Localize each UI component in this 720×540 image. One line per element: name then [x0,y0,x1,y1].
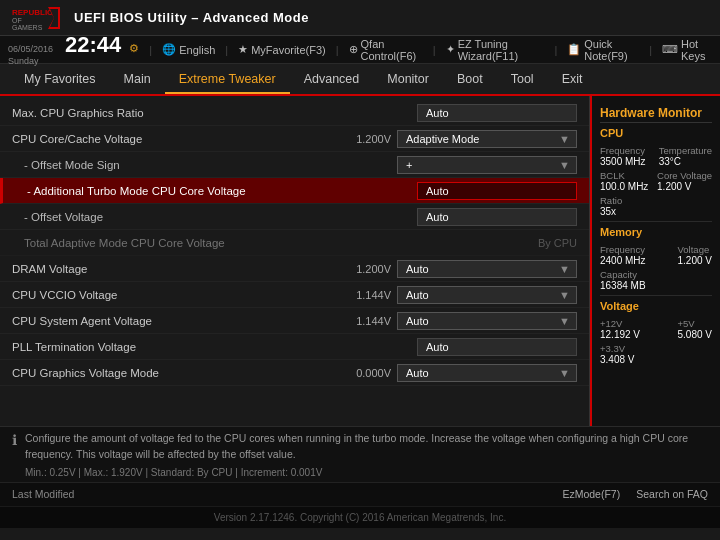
setting-cpu-core-cache-voltage[interactable]: CPU Core/Cache Voltage 1.200V Adaptive M… [0,126,589,152]
setting-label-max-cpu-graphics-ratio: Max. CPU Graphics Ratio [12,107,417,119]
chevron-down-icon-5: ▼ [559,315,570,327]
hw-v5-label: +5V [678,318,712,329]
settings-icon[interactable]: ⚙ [129,42,139,55]
setting-label-cpu-graphics-voltage-mode: CPU Graphics Voltage Mode [12,367,356,379]
setting-label-cpu-vccio-voltage: CPU VCCIO Voltage [12,289,356,301]
main-content: Max. CPU Graphics Ratio Auto CPU Core/Ca… [0,96,720,426]
svg-text:GAMERS: GAMERS [12,24,43,31]
fan-icon: ⊕ [349,43,358,56]
hw-voltage-section: Voltage [600,300,712,314]
prefix-cpu-core-cache: 1.200V [356,133,391,145]
chevron-down-icon-4: ▼ [559,289,570,301]
setting-label-offset-mode-sign: - Offset Mode Sign [12,159,397,171]
setting-value-offset-voltage[interactable]: Auto [417,208,577,226]
tab-myfavorites[interactable]: My Favorites [10,66,110,92]
setting-total-adaptive-voltage: Total Adaptive Mode CPU Core Voltage By … [0,230,589,256]
tab-exit[interactable]: Exit [548,66,597,92]
dropdown-cpu-core-cache[interactable]: Adaptive Mode▼ [397,130,577,148]
hw-ratio-label: Ratio [600,195,622,206]
hw-cpu-temp-label: Temperature [659,145,712,156]
setting-label-cpu-system-agent-voltage: CPU System Agent Voltage [12,315,356,327]
setting-label-total-adaptive-voltage: Total Adaptive Mode CPU Core Voltage [12,237,538,249]
setting-label-offset-voltage: - Offset Voltage [12,211,417,223]
dropdown-dram-voltage[interactable]: Auto▼ [397,260,577,278]
hw-v5-value: 5.080 V [678,329,712,340]
hw-mem-cap-value: 16384 MB [600,280,646,291]
setting-value-pll-termination-voltage[interactable]: Auto [417,338,577,356]
hw-mem-freq-row: Frequency 2400 MHz Voltage 1.200 V [600,244,712,266]
setting-label-dram-voltage: DRAM Voltage [12,263,356,275]
tab-extreme-tweaker[interactable]: Extreme Tweaker [165,66,290,94]
qfan-item[interactable]: ⊕ Qfan Control(F6) [349,38,423,62]
header-bar: REPUBLIC OF GAMERS UEFI BIOS Utility – A… [0,0,720,36]
setting-label-cpu-core-cache-voltage: CPU Core/Cache Voltage [12,133,356,145]
hw-v12-label: +12V [600,318,640,329]
setting-offset-voltage[interactable]: - Offset Voltage Auto [0,204,589,230]
hotkeys-label: Hot Keys [681,38,712,62]
info-description: Configure the amount of voltage fed to t… [25,431,708,463]
myfavorite-item[interactable]: ★ MyFavorite(F3) [238,43,326,56]
ez-mode-button[interactable]: EzMode(F7) [562,488,620,500]
language-label: English [179,44,215,56]
hw-cpu-section: CPU [600,127,712,141]
setting-cpu-vccio-voltage[interactable]: CPU VCCIO Voltage 1.144V Auto▼ [0,282,589,308]
setting-max-cpu-graphics-ratio[interactable]: Max. CPU Graphics Ratio Auto [0,100,589,126]
bottom-info-area: ℹ Configure the amount of voltage fed to… [0,426,720,482]
chevron-down-icon-2: ▼ [559,159,570,171]
setting-pll-termination-voltage[interactable]: PLL Termination Voltage Auto [0,334,589,360]
hw-v33-row: +3.3V 3.408 V [600,343,712,365]
logo-area: REPUBLIC OF GAMERS [10,5,62,31]
setting-cpu-system-agent-voltage[interactable]: CPU System Agent Voltage 1.144V Auto▼ [0,308,589,334]
dropdown-cpu-vccio[interactable]: Auto▼ [397,286,577,304]
setting-label-pll-termination-voltage: PLL Termination Voltage [12,341,417,353]
hw-ratio-row: Ratio 35x [600,195,712,217]
hw-cpu-freq-label: Frequency [600,145,646,156]
hw-v12-row: +12V 12.192 V +5V 5.080 V [600,318,712,340]
tab-main[interactable]: Main [110,66,165,92]
eztuning-label: EZ Tuning Wizard(F11) [458,38,545,62]
dropdown-offset-mode-sign[interactable]: +▼ [397,156,577,174]
hw-ratio-value: 35x [600,206,622,217]
prefix-cpu-vccio: 1.144V [356,289,391,301]
svg-text:OF: OF [12,17,22,24]
hotkeys-item[interactable]: ⌨ Hot Keys [662,38,712,62]
tab-tool[interactable]: Tool [497,66,548,92]
chevron-down-icon-3: ▼ [559,263,570,275]
language-item[interactable]: 🌐 English [162,43,215,56]
hw-mem-freq-label: Frequency [600,244,646,255]
hw-memory-section: Memory [600,226,712,240]
globe-icon: 🌐 [162,43,176,56]
dropdown-cpu-graphics-voltage-mode[interactable]: Auto▼ [397,364,577,382]
tab-boot[interactable]: Boot [443,66,497,92]
hw-mem-cap-row: Capacity 16384 MB [600,269,712,291]
eztuning-item[interactable]: ✦ EZ Tuning Wizard(F11) [446,38,545,62]
nav-tabs: My Favorites Main Extreme Tweaker Advanc… [0,64,720,96]
prefix-cpu-system-agent: 1.144V [356,315,391,327]
search-faq-button[interactable]: Search on FAQ [636,488,708,500]
time-display: 22:44 [65,32,121,58]
info-icon: ℹ [12,432,17,448]
hw-mem-cap-label: Capacity [600,269,646,280]
setting-value-additional-turbo-voltage[interactable]: Auto [417,182,577,200]
setting-dram-voltage[interactable]: DRAM Voltage 1.200V Auto▼ [0,256,589,282]
setting-label-additional-turbo-voltage: - Additional Turbo Mode CPU Core Voltage [15,185,417,197]
setting-offset-mode-sign[interactable]: - Offset Mode Sign +▼ [0,152,589,178]
minmax-text: Min.: 0.25V | Max.: 1.920V | Standard: B… [25,467,708,478]
setting-cpu-graphics-voltage-mode[interactable]: CPU Graphics Voltage Mode 0.000V Auto▼ [0,360,589,386]
setting-additional-turbo-voltage[interactable]: - Additional Turbo Mode CPU Core Voltage… [0,178,589,204]
hw-core-v-value: 1.200 V [657,181,712,192]
settings-panel: Max. CPU Graphics Ratio Auto CPU Core/Ca… [0,96,590,426]
tab-advanced[interactable]: Advanced [290,66,374,92]
setting-value-max-cpu-graphics-ratio[interactable]: Auto [417,104,577,122]
dropdown-cpu-system-agent[interactable]: Auto▼ [397,312,577,330]
prefix-cpu-graphics-voltage: 0.000V [356,367,391,379]
hw-monitor-title: Hardware Monitor [600,106,712,123]
quicknote-item[interactable]: 📋 Quick Note(F9) [567,38,639,62]
status-bar: Last Modified EzMode(F7) Search on FAQ [0,482,720,506]
toolbar: 06/05/2016 Sunday 22:44 ⚙ | 🌐 English | … [0,36,720,64]
rog-logo-svg: REPUBLIC OF GAMERS [10,5,62,31]
hardware-monitor-panel: Hardware Monitor CPU Frequency 3500 MHz … [590,96,720,426]
tab-monitor[interactable]: Monitor [373,66,443,92]
last-modified-label: Last Modified [12,488,74,500]
footer: Version 2.17.1246. Copyright (C) 2016 Am… [0,506,720,528]
